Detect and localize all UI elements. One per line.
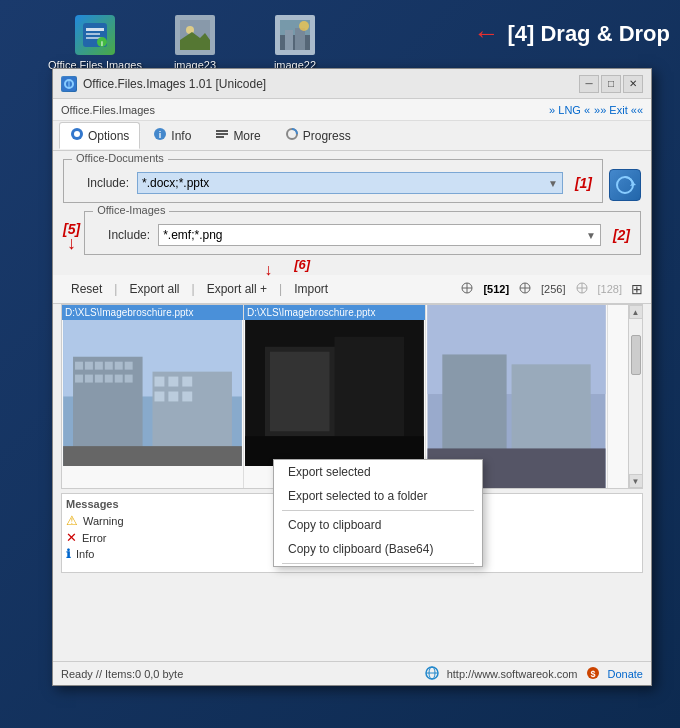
svg-rect-58 [63,446,242,466]
svg-rect-57 [182,392,192,402]
svg-rect-22 [216,133,228,135]
app-icon [61,76,77,92]
docs-include-combo[interactable]: *.docx;*.pptx ▼ [137,172,563,194]
menu-bar-right: » LNG « »» Exit «« [549,104,643,116]
scroll-up-button[interactable]: ▲ [629,305,643,319]
status-text: Ready // Items:0 0,0 byte [61,668,183,680]
main-window: Office.Files.Images 1.01 [Unicode] ─ □ ✕… [52,68,652,686]
info-icon: i [153,127,167,144]
svg-rect-50 [125,375,133,383]
status-bar: Ready // Items:0 0,0 byte http://www.sof… [53,661,651,685]
error-label: Error [82,532,106,544]
exit-link[interactable]: »» Exit «« [594,104,643,116]
svg-rect-23 [216,136,224,138]
scroll-thumb[interactable] [631,335,641,375]
include-label-images: Include: [95,228,150,242]
import-button[interactable]: Import [284,279,338,299]
minimize-button[interactable]: ─ [579,75,599,93]
export-all-plus-button[interactable]: Export all + [197,279,277,299]
desktop-icon-image22[interactable]: image22 [260,15,330,71]
svg-rect-48 [105,375,113,383]
office-documents-title: Office-Documents [72,152,168,164]
svg-rect-49 [115,375,123,383]
scrollbar-vertical[interactable]: ▲ ▼ [628,305,642,488]
ctx-export-selected-folder[interactable]: Export selected to a folder [274,484,482,508]
desktop: i Office.Files.Images image23 [0,0,680,728]
toolbar-row: Reset | Export all | Export all + | Impo… [53,275,651,304]
svg-rect-12 [295,28,305,50]
svg-rect-40 [85,362,93,370]
svg-point-18 [74,131,80,137]
maximize-button[interactable]: □ [601,75,621,93]
arrow-5-icon: ↓ [67,233,80,254]
tab-more[interactable]: More [204,122,271,149]
export-all-button[interactable]: Export all [119,279,189,299]
svg-rect-41 [95,362,103,370]
svg-text:$: $ [590,669,595,679]
donate-button[interactable]: Donate [608,668,643,680]
menu-app-name: Office.Files.Images [61,104,155,116]
svg-rect-62 [335,337,405,436]
tab-progress-label: Progress [303,129,351,143]
progress-icon [285,127,299,144]
sep2: | [190,282,197,296]
images-include-combo[interactable]: *.emf;*.png ▼ [158,224,601,246]
window-title: Office.Files.Images 1.01 [Unicode] [83,77,266,91]
sep1: | [112,282,119,296]
office-images-title: Office-Images [93,204,169,216]
include-row-images: Include: *.emf;*.png ▼ [2] [95,224,630,246]
size-icon-crosshair [460,281,474,298]
svg-rect-55 [154,392,164,402]
options-icon [70,127,84,144]
ctx-export-selected[interactable]: Export selected [274,460,482,484]
annotation-6: [6] [294,257,310,272]
donate-icon: $ [586,666,600,682]
title-bar-left: Office.Files.Images 1.01 [Unicode] [61,76,266,92]
docs-include-value: *.docx;*.pptx [142,176,209,190]
tab-options[interactable]: Options [59,122,140,149]
image-cell-1[interactable]: D:\XLS\Imagebroschüre.pptx (ppt/media/im… [62,305,244,488]
svg-rect-46 [85,375,93,383]
warning-icon: ⚠ [66,513,78,528]
annotation-2: [2] [613,227,630,243]
title-bar: Office.Files.Images 1.01 [Unicode] ─ □ ✕ [53,69,651,99]
info-label: Info [76,548,94,560]
svg-rect-45 [75,375,83,383]
svg-rect-1 [86,28,104,31]
size-512-btn[interactable]: [512] [480,281,512,297]
svg-rect-61 [270,352,330,431]
close-button[interactable]: ✕ [623,75,643,93]
tab-info[interactable]: i Info [142,122,202,149]
office-images-group: Office-Images Include: *.emf;*.png ▼ [2] [84,211,641,255]
desktop-icon-image23[interactable]: image23 [160,15,230,71]
globe-icon [425,666,439,682]
ctx-copy-clipboard[interactable]: Copy to clipboard [274,513,482,537]
size-icon-crosshair2 [518,281,532,298]
annotation-6-arrow-icon: ↓ [264,261,272,279]
lng-link[interactable]: » LNG « [549,104,590,116]
images-combo-arrow-icon: ▼ [586,230,596,241]
grid-view-icon[interactable]: ⊞ [631,281,643,297]
reset-button[interactable]: Reset [61,279,112,299]
size-256-btn[interactable]: [256] [538,281,568,297]
svg-rect-43 [115,362,123,370]
svg-rect-21 [216,130,228,132]
office-documents-group: Office-Documents Include: *.docx;*.pptx … [63,159,603,203]
svg-rect-47 [95,375,103,383]
size-128-btn[interactable]: [128] [595,281,625,297]
refresh-button[interactable] [609,169,641,201]
drag-drop-label: ← [4] Drag & Drop [473,18,670,49]
content-area: Office-Documents Include: *.docx;*.pptx … [53,151,651,275]
more-icon [215,127,229,144]
warning-label: Warning [83,515,124,527]
scroll-down-button[interactable]: ▼ [629,474,643,488]
tab-progress[interactable]: Progress [274,122,362,149]
svg-rect-44 [125,362,133,370]
svg-rect-53 [168,377,178,387]
ctx-separator-1 [282,510,474,511]
image-cell-1-label: D:\XLS\Imagebroschüre.pptx [62,305,243,320]
status-right: http://www.softwareok.com $ Donate [425,666,643,682]
svg-rect-2 [86,33,100,35]
ctx-copy-clipboard-base64[interactable]: Copy to clipboard (Base64) [274,537,482,561]
desktop-icon-office-files-images[interactable]: i Office.Files.Images [60,15,130,71]
